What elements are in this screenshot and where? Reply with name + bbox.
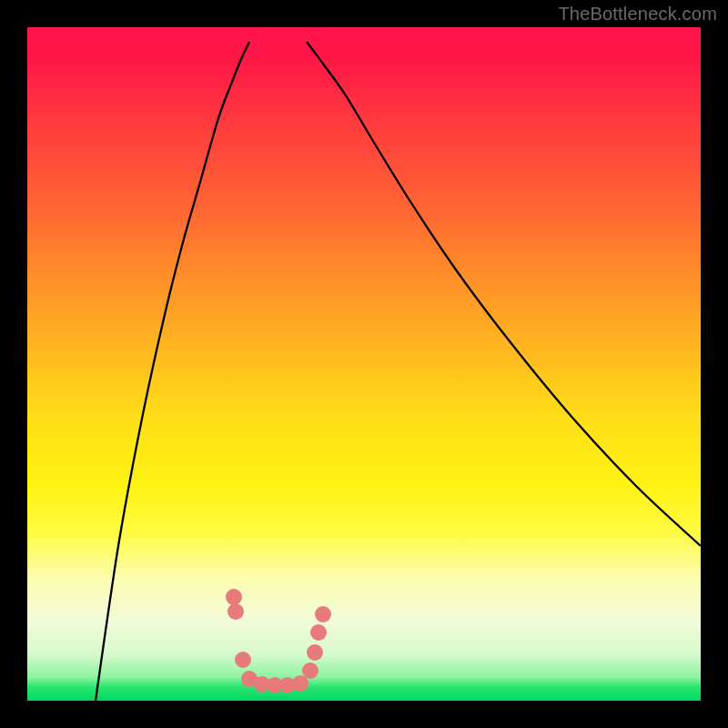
marker-group [226,589,331,693]
right-curve [307,42,701,546]
data-marker [235,652,251,668]
data-marker [315,606,331,622]
data-marker [292,675,308,692]
left-curve [96,42,249,701]
data-marker [302,662,318,679]
plot-area [27,27,701,701]
data-marker [307,644,323,661]
data-marker [228,603,244,620]
chart-stage: TheBottleneck.com [0,0,728,728]
watermark-text: TheBottleneck.com [558,4,717,25]
data-marker [226,589,242,605]
chart-svg [27,27,701,701]
data-marker [310,624,327,641]
